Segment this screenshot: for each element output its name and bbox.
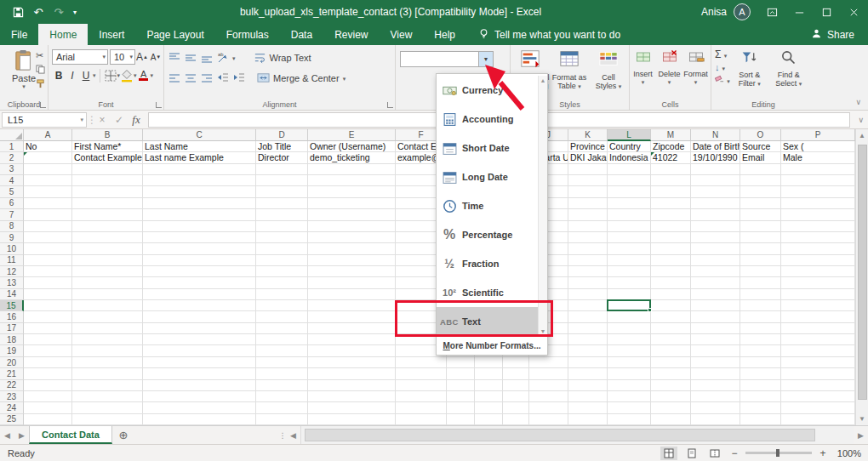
cell-B12[interactable] <box>72 266 143 277</box>
cell-H20[interactable] <box>475 357 503 368</box>
sheet-nav-left-icon[interactable]: ◀ <box>0 426 14 444</box>
cell-C11[interactable] <box>143 255 256 266</box>
cell-G24[interactable] <box>447 402 475 413</box>
more-number-formats-item[interactable]: More Number Formats... <box>437 336 547 355</box>
cell-E22[interactable] <box>308 380 396 391</box>
row-header-2[interactable]: 2 <box>0 152 24 163</box>
cell-D1[interactable]: Job Title <box>256 141 308 152</box>
cell-M6[interactable] <box>651 198 691 209</box>
cell-O2[interactable]: Email <box>740 152 781 163</box>
cell-B18[interactable] <box>72 334 143 345</box>
clipboard-dialog-launcher-icon[interactable] <box>40 102 46 108</box>
column-header-K[interactable]: K <box>568 129 608 141</box>
cell-P23[interactable] <box>781 391 855 402</box>
cell-O6[interactable] <box>740 198 781 209</box>
cell-L10[interactable] <box>608 243 651 254</box>
ribbon-display-options-icon[interactable] <box>759 1 785 23</box>
cell-D16[interactable] <box>256 311 308 322</box>
cell-N6[interactable] <box>691 198 740 209</box>
row-header-8[interactable]: 8 <box>0 221 24 232</box>
column-header-M[interactable]: M <box>651 129 691 141</box>
cell-M12[interactable] <box>651 266 691 277</box>
cell-D5[interactable] <box>256 186 308 197</box>
cell-A5[interactable] <box>24 186 72 197</box>
cell-M17[interactable] <box>651 323 691 334</box>
editing-button-sort-filter[interactable]: Sort &Filter ▾ <box>730 45 769 89</box>
cell-D4[interactable] <box>256 175 308 186</box>
copy-icon[interactable] <box>36 65 45 76</box>
increase-font-size-button[interactable]: A▲ <box>135 50 149 65</box>
cell-K12[interactable] <box>568 266 608 277</box>
maximize-icon[interactable] <box>814 1 839 23</box>
cell-B7[interactable] <box>72 209 143 220</box>
cell-K13[interactable] <box>568 277 608 288</box>
cell-D14[interactable] <box>256 289 308 300</box>
cell-E9[interactable] <box>308 232 396 243</box>
cell-A25[interactable] <box>24 414 72 425</box>
cell-E3[interactable] <box>308 164 396 175</box>
cell-L11[interactable] <box>608 255 651 266</box>
cell-C19[interactable] <box>143 345 256 356</box>
cell-M24[interactable] <box>651 402 691 413</box>
cell-K5[interactable] <box>568 186 608 197</box>
cell-M3[interactable] <box>651 164 691 175</box>
cell-N11[interactable] <box>691 255 740 266</box>
format-menu-item-accounting[interactable]: Accounting <box>437 105 547 134</box>
row-header-9[interactable]: 9 <box>0 232 24 243</box>
cell-D6[interactable] <box>256 198 308 209</box>
cell-N9[interactable] <box>691 232 740 243</box>
cell-A4[interactable] <box>24 175 72 186</box>
cell-L7[interactable] <box>608 209 651 220</box>
cell-M18[interactable] <box>651 334 691 345</box>
undo-icon[interactable]: ↶ <box>29 3 48 21</box>
cell-E21[interactable] <box>308 368 396 379</box>
cell-F24[interactable] <box>396 402 447 413</box>
cell-H25[interactable] <box>475 414 503 425</box>
cell-D13[interactable] <box>256 277 308 288</box>
cell-C3[interactable] <box>143 164 256 175</box>
cell-A17[interactable] <box>24 323 72 334</box>
cell-D17[interactable] <box>256 323 308 334</box>
format-menu-item-percentage[interactable]: %Percentage <box>437 220 547 249</box>
cell-A11[interactable] <box>24 255 72 266</box>
cell-K14[interactable] <box>568 289 608 300</box>
cell-P24[interactable] <box>781 402 855 413</box>
cell-K8[interactable] <box>568 221 608 232</box>
cell-M21[interactable] <box>651 368 691 379</box>
cells-button-insert[interactable]: Insert▾ <box>630 45 656 88</box>
cell-M23[interactable] <box>651 391 691 402</box>
cell-B6[interactable] <box>72 198 143 209</box>
cell-O16[interactable] <box>740 311 781 322</box>
cell-C17[interactable] <box>143 323 256 334</box>
cell-L22[interactable] <box>608 380 651 391</box>
cell-A13[interactable] <box>24 277 72 288</box>
row-header-18[interactable]: 18 <box>0 334 24 345</box>
cell-P18[interactable] <box>781 334 855 345</box>
font-size-select[interactable]: 10▾ <box>110 49 135 65</box>
cell-E20[interactable] <box>308 357 396 368</box>
cell-J23[interactable] <box>529 391 568 402</box>
cell-P14[interactable] <box>781 289 855 300</box>
cell-A10[interactable] <box>24 243 72 254</box>
cell-B15[interactable] <box>72 300 143 311</box>
cell-A8[interactable] <box>24 221 72 232</box>
ribbon-tab-data[interactable]: Data <box>280 24 323 45</box>
cell-B13[interactable] <box>72 277 143 288</box>
cell-O13[interactable] <box>740 277 781 288</box>
cell-D8[interactable] <box>256 221 308 232</box>
cell-I21[interactable] <box>503 368 529 379</box>
cells-button-format[interactable]: Format▾ <box>682 45 709 88</box>
zoom-slider-thumb[interactable] <box>776 449 779 457</box>
cell-C25[interactable] <box>143 414 256 425</box>
cell-M20[interactable] <box>651 357 691 368</box>
cell-D21[interactable] <box>256 368 308 379</box>
cell-I20[interactable] <box>503 357 529 368</box>
cell-E8[interactable] <box>308 221 396 232</box>
row-header-16[interactable]: 16 <box>0 311 24 322</box>
cell-O25[interactable] <box>740 414 781 425</box>
cell-J21[interactable] <box>529 368 568 379</box>
cell-K21[interactable] <box>568 368 608 379</box>
format-menu-item-long-date[interactable]: Long Date <box>437 162 547 191</box>
cell-P22[interactable] <box>781 380 855 391</box>
cell-K9[interactable] <box>568 232 608 243</box>
